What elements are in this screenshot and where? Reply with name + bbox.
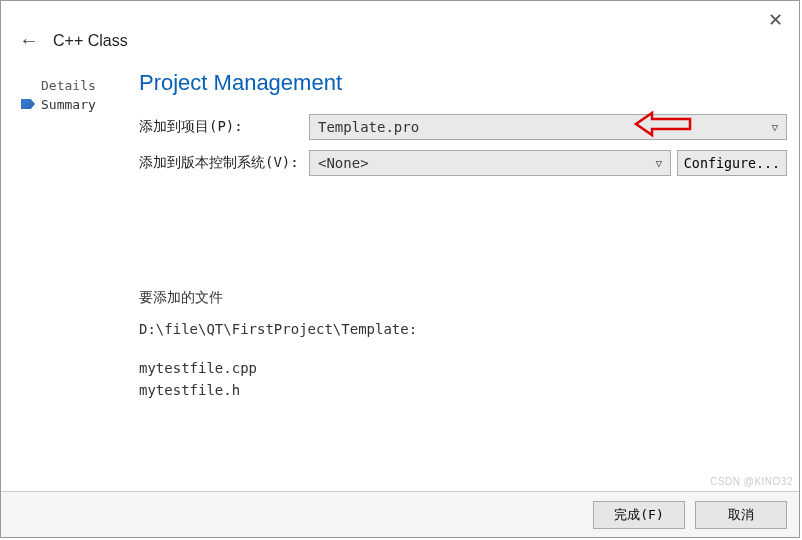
- chevron-down-icon: ▽: [771, 121, 778, 134]
- project-select-value: Template.pro: [318, 119, 419, 135]
- watermark: CSDN @KINO32: [710, 476, 793, 487]
- finish-button[interactable]: 完成(F): [593, 501, 685, 529]
- file-item: mytestfile.cpp: [139, 357, 787, 379]
- cancel-button[interactable]: 取消: [695, 501, 787, 529]
- files-section: 要添加的文件 D:\file\QT\FirstProject\Template:…: [139, 286, 787, 402]
- wizard-steps: Details Summary: [19, 70, 131, 402]
- file-item: mytestfile.h: [139, 379, 787, 401]
- main-area: Details Summary Project Management 添加到项目…: [1, 52, 799, 402]
- files-path: D:\file\QT\FirstProject\Template:: [139, 318, 787, 340]
- add-to-vcs-label: 添加到版本控制系统(V):: [139, 154, 309, 172]
- add-to-vcs-row: 添加到版本控制系统(V): <None> ▽ Configure...: [139, 150, 787, 176]
- configure-button[interactable]: Configure...: [677, 150, 787, 176]
- vcs-select-value: <None>: [318, 155, 369, 171]
- project-select[interactable]: Template.pro ▽: [309, 114, 787, 140]
- header-row: ← C++ Class: [1, 1, 799, 52]
- sidebar-item-summary[interactable]: Summary: [19, 95, 131, 114]
- dialog-footer: 完成(F) 取消: [1, 491, 799, 537]
- content-area: Project Management 添加到项目(P): Template.pr…: [131, 70, 787, 402]
- sidebar-item-label: Details: [41, 78, 96, 93]
- annotation-arrow-icon: [632, 109, 692, 139]
- sidebar-item-details[interactable]: Details: [19, 76, 131, 95]
- chevron-down-icon: ▽: [655, 157, 662, 170]
- vcs-select[interactable]: <None> ▽: [309, 150, 671, 176]
- back-arrow-icon[interactable]: ←: [19, 29, 39, 52]
- page-title: Project Management: [139, 70, 787, 96]
- close-icon[interactable]: ✕: [768, 9, 783, 31]
- files-heading: 要添加的文件: [139, 286, 787, 308]
- sidebar-item-label: Summary: [41, 97, 96, 112]
- add-to-project-label: 添加到项目(P):: [139, 118, 309, 136]
- add-to-project-row: 添加到项目(P): Template.pro ▽: [139, 114, 787, 140]
- wizard-title: C++ Class: [53, 32, 128, 50]
- wizard-dialog: ✕ ← C++ Class Details Summary Project Ma…: [0, 0, 800, 538]
